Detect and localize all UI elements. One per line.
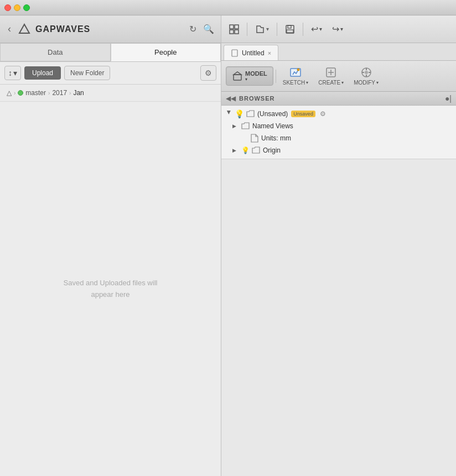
unsaved-bulb-icon: 💡 (235, 109, 244, 118)
origin-folder-icon (252, 146, 261, 155)
sort-icon: ↕ (8, 69, 12, 77)
modify-icon (360, 66, 372, 79)
tree-item-named-views[interactable]: ▶ Named Views (221, 120, 456, 132)
svg-rect-7 (287, 30, 293, 33)
branch-indicator (18, 90, 23, 96)
home-icon[interactable]: △ (7, 89, 12, 97)
right-panel: ▾ ↩ ▾ ↪ ▾ (221, 15, 456, 476)
doc-tab-icon (231, 49, 239, 57)
save-icon (285, 24, 295, 34)
refresh-button[interactable]: ↻ (188, 23, 198, 35)
tree-item-origin[interactable]: ▶ 💡 Origin (221, 144, 456, 156)
sort-button[interactable]: ↕ ▾ (4, 66, 21, 80)
app-icon (18, 23, 31, 36)
unsaved-settings-icon[interactable]: ⚙ (320, 110, 326, 118)
browser-collapse-button[interactable]: ◀◀ (226, 95, 236, 102)
svg-point-12 (297, 69, 299, 71)
back-button[interactable]: ‹ (6, 22, 13, 36)
undo-button[interactable]: ↩ ▾ (308, 22, 325, 36)
create-group[interactable]: CREATE ▾ (314, 64, 348, 88)
named-views-label: Named Views (252, 122, 293, 130)
redo-icon: ↪ (332, 24, 339, 34)
redo-button[interactable]: ↪ ▾ (329, 22, 346, 36)
app-title: GAPWAVES (35, 24, 184, 34)
svg-marker-0 (19, 24, 29, 33)
origin-label: Origin (263, 147, 281, 154)
tree-item-unsaved[interactable]: ▶ 💡 (Unsaved) Unsaved ⚙ (221, 108, 456, 120)
unsaved-label: (Unsaved) (257, 110, 288, 118)
svg-rect-9 (234, 75, 241, 80)
unsaved-folder-icon (246, 109, 255, 118)
browser-panel: ◀◀ BROWSER ●| ▶ 💡 (Unsaved) Unsaved ⚙ (221, 92, 456, 159)
search-button[interactable]: 🔍 (202, 23, 215, 35)
minimize-button[interactable] (14, 4, 20, 11)
create-icon (325, 66, 337, 79)
modify-dropdown-icon: ▾ (376, 80, 379, 85)
browser-settings-button[interactable]: ●| (445, 94, 452, 103)
browser-tree: ▶ 💡 (Unsaved) Unsaved ⚙ ▶ Named Views (221, 106, 456, 159)
toolbar-divider-3 (303, 23, 303, 36)
toolbar-divider-1 (247, 23, 247, 36)
browser-title: BROWSER (239, 95, 442, 102)
new-folder-button[interactable]: New Folder (64, 66, 110, 80)
close-button[interactable] (4, 4, 11, 11)
sketch-dropdown-icon: ▾ (306, 80, 308, 85)
empty-message-line2: appear here (64, 289, 158, 301)
origin-arrow: ▶ (232, 148, 239, 153)
doc-tab-label: Untitled (242, 49, 265, 57)
grid-view-button[interactable] (226, 22, 242, 36)
tab-data[interactable]: Data (0, 43, 111, 61)
maximize-button[interactable] (23, 4, 30, 11)
svg-rect-2 (235, 25, 239, 29)
breadcrumb-jan[interactable]: Jan (73, 89, 84, 97)
save-button[interactable] (282, 22, 298, 36)
left-panel: ‹ GAPWAVES ↻ 🔍 Data People ↕ ▾ Upload (0, 15, 221, 476)
file-open-button[interactable]: ▾ (252, 22, 272, 36)
breadcrumb: △ › master › 2017 › Jan (0, 85, 221, 102)
svg-point-17 (365, 71, 368, 74)
gapwaves-logo (18, 23, 30, 35)
breadcrumb-master[interactable]: master (25, 89, 46, 97)
svg-rect-1 (230, 25, 234, 29)
upload-button[interactable]: Upload (24, 66, 61, 80)
file-content-area: Saved and Uploaded files will appear her… (0, 102, 221, 476)
settings-button[interactable]: ⚙ (200, 65, 216, 81)
modify-group[interactable]: MODIFY ▾ (349, 64, 383, 88)
units-doc-icon (250, 134, 259, 143)
unsaved-badge: Unsaved (291, 111, 315, 117)
left-header: ‹ GAPWAVES ↻ 🔍 (0, 15, 221, 43)
viewport-area[interactable] (221, 159, 456, 476)
empty-message: Saved and Uploaded files will appear her… (64, 278, 158, 301)
empty-message-line1: Saved and Uploaded files will (64, 278, 158, 289)
svg-rect-4 (235, 30, 239, 34)
breadcrumb-sep-3: › (69, 90, 71, 96)
toolbar-divider-2 (277, 23, 277, 36)
named-views-arrow: ▶ (232, 123, 239, 129)
title-bar (0, 0, 456, 15)
redo-dropdown-icon: ▾ (340, 26, 343, 32)
file-open-icon (255, 24, 265, 34)
create-label: CREATE (318, 80, 340, 86)
browser-header: ◀◀ BROWSER ●| (221, 92, 456, 106)
tab-bar: Data People (0, 43, 221, 62)
breadcrumb-sep-1: › (14, 90, 15, 96)
sketch-group[interactable]: SKETCH ▾ (278, 64, 313, 88)
create-dropdown-icon: ▾ (341, 80, 344, 85)
doc-tab-close[interactable]: × (268, 50, 271, 56)
modify-label: MODIFY (354, 80, 375, 86)
doc-tab-untitled[interactable]: Untitled × (224, 45, 278, 60)
header-actions: ↻ 🔍 (188, 23, 215, 35)
model-divider-1 (276, 70, 276, 83)
named-views-folder-icon (241, 122, 250, 130)
sort-dropdown-icon: ▾ (13, 69, 17, 77)
tree-item-units[interactable]: ▶ Units: mm (221, 132, 456, 144)
tab-people[interactable]: People (111, 43, 221, 61)
breadcrumb-2017[interactable]: 2017 (52, 89, 67, 97)
sketch-icon (289, 66, 302, 79)
model-button[interactable]: MODEL ▾ (226, 66, 273, 86)
model-icon (232, 71, 243, 82)
file-toolbar: ↕ ▾ Upload New Folder ⚙ (0, 62, 221, 85)
model-dropdown-icon: ▾ (245, 77, 247, 82)
right-toolbar: ▾ ↩ ▾ ↪ ▾ (221, 15, 456, 43)
model-toolbar: MODEL ▾ SKETCH ▾ (221, 61, 456, 92)
